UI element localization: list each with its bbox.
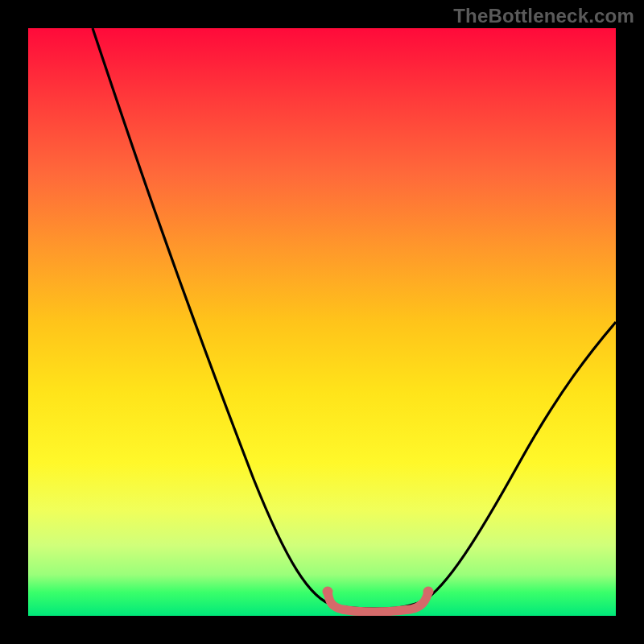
chart-svg — [28, 28, 616, 616]
bottleneck-curve — [93, 28, 616, 609]
plot-area — [28, 28, 616, 616]
optimal-band-dot-left — [323, 587, 333, 597]
optimal-band-dot-right — [423, 587, 434, 597]
chart-frame: TheBottleneck.com — [0, 0, 644, 644]
optimal-band — [328, 592, 428, 612]
watermark-text: TheBottleneck.com — [453, 5, 634, 27]
